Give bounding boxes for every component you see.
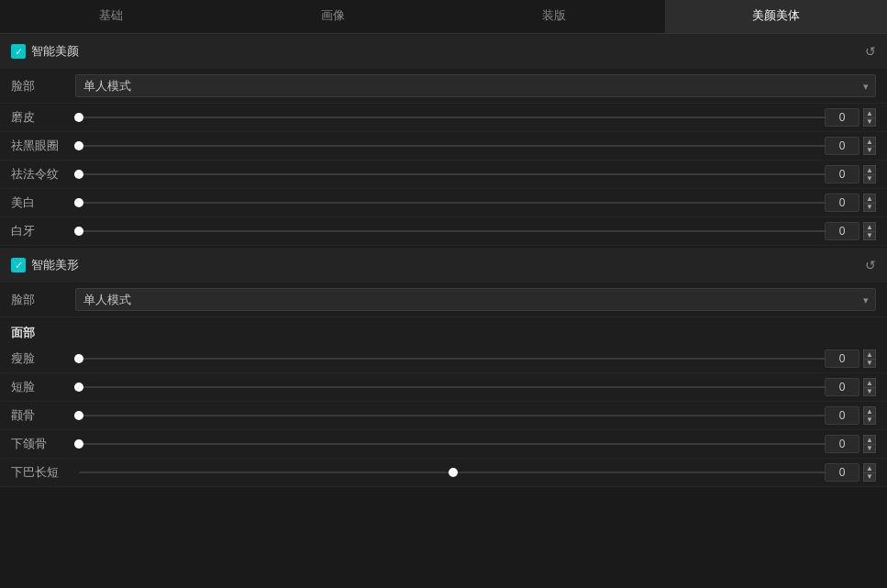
- spinner-down-falingwen[interactable]: ▼: [863, 174, 876, 183]
- spinner-down-baiya[interactable]: ▼: [863, 231, 876, 240]
- tab-bar: 基础 画像 装版 美颜美体: [0, 0, 887, 34]
- slider-value-duanlian: ▲ ▼: [830, 378, 876, 396]
- shape-checkbox[interactable]: ✓: [11, 258, 26, 272]
- shape-face-row: 脸部 单人模式 ▾: [0, 283, 887, 317]
- beauty-checkbox[interactable]: ✓: [11, 44, 26, 59]
- slider-row-heiyanjuan: 祛黑眼圈 ▲ ▼: [0, 132, 887, 161]
- spinner-down-mopi[interactable]: ▼: [863, 117, 876, 127]
- slider-label-heiyanjuan: 祛黑眼圈: [11, 138, 75, 154]
- spinner-up-duanlian[interactable]: ▲: [863, 378, 876, 387]
- slider-track-duanlian[interactable]: [75, 386, 830, 388]
- slider-thumb-duanlian[interactable]: [74, 383, 83, 392]
- slider-row-xiahegu: 下颌骨 ▲ ▼: [0, 430, 887, 459]
- spinner-up-mopi[interactable]: ▲: [863, 108, 876, 117]
- spinner-mopi: ▲ ▼: [863, 108, 876, 127]
- slider-value-meibai: ▲ ▼: [830, 194, 876, 212]
- shape-title: 智能美形: [31, 257, 79, 273]
- spinner-shoulian: ▲ ▼: [863, 349, 876, 368]
- shape-face-select-wrapper: 单人模式 ▾: [75, 288, 876, 311]
- spinner-xiaba: ▲ ▼: [863, 463, 876, 482]
- slider-track-shoulian[interactable]: [75, 358, 830, 360]
- spinner-down-xiahegu[interactable]: ▼: [863, 444, 876, 453]
- shape-section: ✓ 智能美形 ↺ 脸部 单人模式 ▾ 面部 瘦脸 ▲ ▼: [0, 248, 887, 487]
- beauty-face-select-wrapper: 单人模式 ▾: [75, 74, 876, 97]
- slider-thumb-falingwen[interactable]: [74, 170, 83, 179]
- slider-label-mopi: 磨皮: [11, 109, 75, 126]
- spinner-down-shoulian[interactable]: ▼: [863, 359, 876, 368]
- slider-row-quangu: 颧骨 ▲ ▼: [0, 402, 887, 430]
- slider-label-xiaba: 下巴长短: [11, 464, 75, 481]
- beauty-reset-icon[interactable]: ↺: [865, 44, 876, 59]
- slider-label-falingwen: 祛法令纹: [11, 166, 75, 183]
- spinner-up-baiya[interactable]: ▲: [863, 222, 876, 231]
- slider-track-quangu[interactable]: [75, 415, 830, 416]
- beauty-title: 智能美颜: [31, 43, 79, 60]
- slider-track-xiahegu[interactable]: [75, 443, 830, 445]
- slider-thumb-quangu[interactable]: [74, 411, 83, 420]
- beauty-section-header: ✓ 智能美颜 ↺: [0, 34, 887, 69]
- beauty-face-select[interactable]: 单人模式: [75, 74, 876, 97]
- spinner-up-xiahegu[interactable]: ▲: [863, 435, 876, 444]
- slider-value-quangu: ▲ ▼: [830, 406, 876, 425]
- spinner-down-xiaba[interactable]: ▼: [863, 472, 876, 482]
- slider-value-baiya: ▲ ▼: [830, 222, 876, 240]
- slider-track-meibai[interactable]: [75, 202, 830, 204]
- spinner-baiya: ▲ ▼: [863, 222, 876, 240]
- slider-track-mopi[interactable]: [75, 116, 830, 118]
- tab-layout[interactable]: 装版: [444, 0, 666, 33]
- tab-picture[interactable]: 画像: [222, 0, 444, 33]
- slider-thumb-heiyanjuan[interactable]: [74, 141, 83, 150]
- spinner-up-shoulian[interactable]: ▲: [863, 349, 876, 359]
- slider-thumb-shoulian[interactable]: [74, 354, 83, 363]
- spinner-quangu: ▲ ▼: [863, 406, 876, 425]
- slider-label-baiya: 白牙: [11, 223, 75, 239]
- shape-face-select[interactable]: 单人模式: [75, 288, 876, 311]
- face-sub-section-header: 面部: [0, 317, 887, 345]
- slider-thumb-xiaba[interactable]: [449, 468, 458, 477]
- spinner-up-xiaba[interactable]: ▲: [863, 463, 876, 472]
- spinner-xiahegu: ▲ ▼: [863, 435, 876, 453]
- slider-row-meibai: 美白 ▲ ▼: [0, 189, 887, 217]
- slider-value-heiyanjuan: ▲ ▼: [830, 137, 876, 155]
- slider-thumb-xiahegu[interactable]: [74, 439, 83, 449]
- tab-basic[interactable]: 基础: [0, 0, 222, 33]
- shape-reset-icon[interactable]: ↺: [865, 258, 876, 272]
- slider-track-baiya[interactable]: [75, 230, 830, 232]
- beauty-face-row: 脸部 单人模式 ▾: [0, 69, 887, 104]
- shape-face-label: 脸部: [11, 292, 75, 308]
- slider-track-heiyanjuan[interactable]: [75, 145, 830, 147]
- spinner-down-duanlian[interactable]: ▼: [863, 387, 876, 396]
- spinner-down-meibai[interactable]: ▼: [863, 203, 876, 212]
- slider-value-mopi: ▲ ▼: [830, 108, 876, 127]
- spinner-down-heiyanjuan[interactable]: ▼: [863, 146, 876, 155]
- slider-row-mopi: 磨皮 ▲ ▼: [0, 104, 887, 132]
- slider-row-falingwen: 祛法令纹 ▲ ▼: [0, 161, 887, 189]
- slider-label-quangu: 颧骨: [11, 407, 75, 424]
- slider-label-duanlian: 短脸: [11, 379, 75, 395]
- tab-beauty[interactable]: 美颜美体: [665, 0, 887, 33]
- slider-track-falingwen[interactable]: [75, 173, 830, 175]
- slider-row-baiya: 白牙 ▲ ▼: [0, 217, 887, 246]
- slider-thumb-baiya[interactable]: [74, 227, 83, 236]
- slider-track-xiaba[interactable]: [75, 472, 830, 473]
- beauty-face-label: 脸部: [11, 78, 75, 94]
- spinner-meibai: ▲ ▼: [863, 194, 876, 212]
- spinner-duanlian: ▲ ▼: [863, 378, 876, 396]
- spinner-down-quangu[interactable]: ▼: [863, 416, 876, 425]
- slider-label-shoulian: 瘦脸: [11, 350, 75, 367]
- shape-title-wrapper: ✓ 智能美形: [11, 257, 79, 273]
- slider-thumb-meibai[interactable]: [74, 198, 83, 207]
- beauty-title-wrapper: ✓ 智能美颜: [11, 43, 79, 60]
- slider-row-duanlian: 短脸 ▲ ▼: [0, 373, 887, 402]
- slider-thumb-mopi[interactable]: [74, 113, 83, 122]
- spinner-heiyanjuan: ▲ ▼: [863, 137, 876, 155]
- slider-row-shoulian: 瘦脸 ▲ ▼: [0, 345, 887, 373]
- spinner-up-quangu[interactable]: ▲: [863, 406, 876, 416]
- slider-value-xiahegu: ▲ ▼: [830, 435, 876, 453]
- spinner-up-meibai[interactable]: ▲: [863, 194, 876, 203]
- spinner-up-falingwen[interactable]: ▲: [863, 165, 876, 174]
- slider-label-xiahegu: 下颌骨: [11, 436, 75, 452]
- slider-label-meibai: 美白: [11, 194, 75, 211]
- spinner-up-heiyanjuan[interactable]: ▲: [863, 137, 876, 146]
- slider-value-xiaba: ▲ ▼: [830, 463, 876, 482]
